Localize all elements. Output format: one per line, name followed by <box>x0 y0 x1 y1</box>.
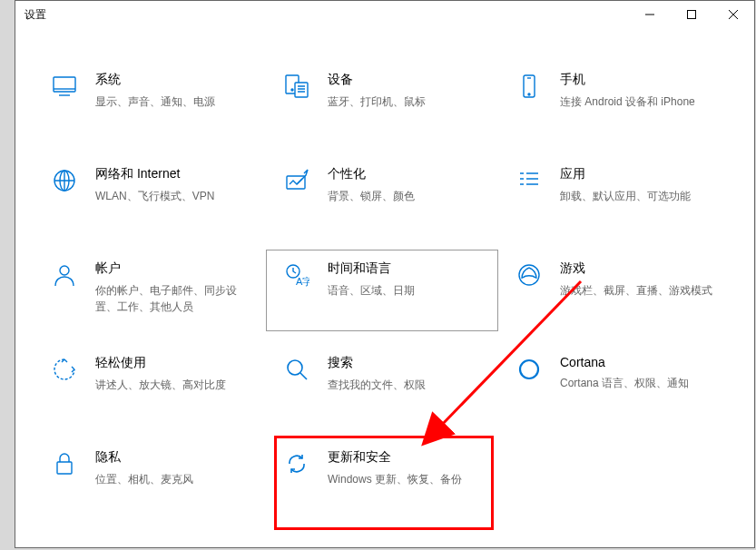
tile-desc: 背景、锁屏、颜色 <box>328 188 486 204</box>
svg-point-10 <box>60 266 69 275</box>
tile-network[interactable]: 网络和 Internet WLAN、飞行模式、VPN <box>34 155 266 237</box>
tile-ease-of-access[interactable]: 轻松使用 讲述人、放大镜、高对比度 <box>34 344 266 426</box>
tile-title: 手机 <box>560 72 718 88</box>
devices-icon <box>284 74 309 99</box>
svg-point-3 <box>291 89 293 91</box>
tile-time-language[interactable]: A字 时间和语言 语音、区域、日期 <box>266 250 498 331</box>
tile-desc: 语音、区域、日期 <box>328 282 486 299</box>
cortana-icon <box>516 357 542 382</box>
tile-title: Cortana <box>560 355 718 369</box>
tile-title: 网络和 Internet <box>95 166 253 182</box>
tile-title: 时间和语言 <box>328 260 486 277</box>
maximize-button[interactable] <box>671 1 712 28</box>
tile-desc: Cortana 语言、权限、通知 <box>560 375 718 391</box>
tile-devices[interactable]: 设备 蓝牙、打印机、鼠标 <box>266 61 498 142</box>
settings-grid-container: 系统 显示、声音、通知、电源 设备 蓝牙、打印机、鼠标 手机 连接 Androi… <box>15 28 754 533</box>
tile-desc: 游戏栏、截屏、直播、游戏模式 <box>560 282 718 299</box>
svg-point-6 <box>528 93 530 95</box>
tile-privacy[interactable]: 隐私 位置、相机、麦克风 <box>34 438 266 520</box>
tile-title: 更新和安全 <box>328 449 486 466</box>
tile-title: 游戏 <box>560 260 718 277</box>
tile-accounts[interactable]: 帐户 你的帐户、电子邮件、同步设置、工作、其他人员 <box>34 250 266 331</box>
personalization-icon <box>284 168 309 193</box>
globe-icon <box>52 168 77 193</box>
tile-title: 隐私 <box>95 449 253 466</box>
tile-desc: 查找我的文件、权限 <box>328 377 486 393</box>
phone-icon <box>516 74 542 99</box>
search-icon <box>284 357 309 382</box>
tile-phone[interactable]: 手机 连接 Android 设备和 iPhone <box>498 61 731 142</box>
tile-gaming[interactable]: 游戏 游戏栏、截屏、直播、游戏模式 <box>498 250 731 331</box>
tile-desc: 位置、相机、麦克风 <box>95 471 253 487</box>
tile-desc: WLAN、飞行模式、VPN <box>95 188 253 204</box>
tile-title: 设备 <box>328 72 486 88</box>
privacy-icon <box>52 451 77 476</box>
tile-personalization[interactable]: 个性化 背景、锁屏、颜色 <box>266 155 498 237</box>
tile-desc: 连接 Android 设备和 iPhone <box>560 93 718 110</box>
tile-title: 轻松使用 <box>95 355 253 371</box>
svg-rect-4 <box>295 83 308 97</box>
accounts-icon <box>52 262 77 288</box>
tile-desc: 卸载、默认应用、可选功能 <box>560 188 718 204</box>
apps-icon <box>516 168 542 193</box>
titlebar: 设置 <box>15 1 754 28</box>
tile-apps[interactable]: 应用 卸载、默认应用、可选功能 <box>498 155 731 237</box>
tile-title: 个性化 <box>328 166 486 182</box>
tile-system[interactable]: 系统 显示、声音、通知、电源 <box>34 61 266 142</box>
tile-desc: 讲述人、放大镜、高对比度 <box>95 377 253 393</box>
settings-window: 设置 系统 显示、声音、通知、电源 <box>15 0 755 548</box>
gaming-icon <box>516 262 542 288</box>
system-icon <box>52 74 77 99</box>
minimize-button[interactable] <box>629 1 671 28</box>
window-title: 设置 <box>25 7 629 23</box>
close-button[interactable] <box>712 1 754 28</box>
svg-text:A字: A字 <box>296 276 309 287</box>
window-controls <box>629 1 754 28</box>
svg-point-14 <box>288 360 302 375</box>
svg-rect-0 <box>688 11 696 19</box>
tile-update-security[interactable]: 更新和安全 Windows 更新、恢复、备份 <box>266 438 498 520</box>
tile-title: 帐户 <box>95 260 253 277</box>
svg-point-15 <box>520 360 538 378</box>
tile-desc: 显示、声音、通知、电源 <box>95 93 253 110</box>
tile-title: 搜索 <box>328 355 486 371</box>
tile-cortana[interactable]: Cortana Cortana 语言、权限、通知 <box>498 344 731 426</box>
svg-rect-16 <box>57 462 72 474</box>
tile-title: 应用 <box>560 166 718 182</box>
tile-desc: 蓝牙、打印机、鼠标 <box>328 93 486 110</box>
tile-desc: 你的帐户、电子邮件、同步设置、工作、其他人员 <box>95 282 253 315</box>
tile-search[interactable]: 搜索 查找我的文件、权限 <box>266 344 498 426</box>
update-icon <box>284 451 309 476</box>
tile-title: 系统 <box>95 72 253 88</box>
tile-desc: Windows 更新、恢复、备份 <box>328 471 486 487</box>
ease-of-access-icon <box>52 357 77 382</box>
time-language-icon: A字 <box>284 262 309 288</box>
